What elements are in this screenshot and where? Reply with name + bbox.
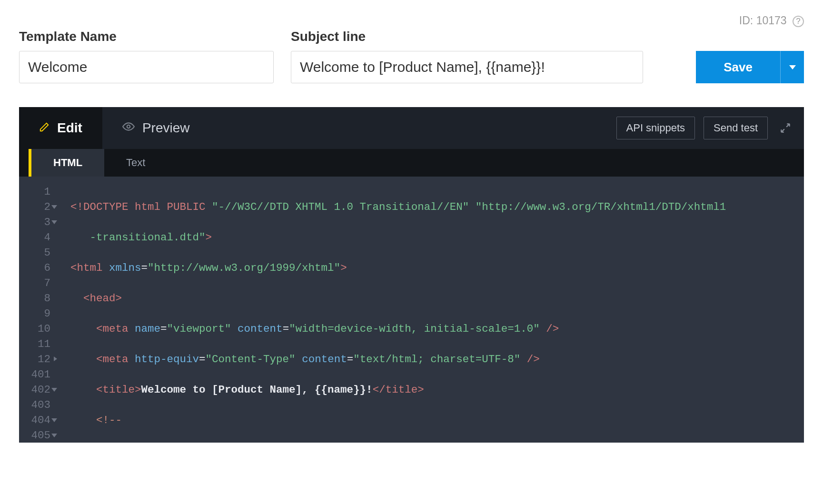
template-name-label: Template Name [19,29,274,44]
svg-point-0 [127,125,130,128]
editor-shell: Edit Preview API snippets Send test HTML… [19,107,804,443]
chevron-down-icon [789,65,796,69]
expand-icon[interactable] [779,122,792,134]
template-name-input[interactable] [19,51,274,83]
eye-icon [122,120,135,136]
code-editor[interactable]: 1 2 3 4 5 6 7 8 9 10 11 12 401 402 403 4… [19,177,804,443]
api-snippets-button[interactable]: API snippets [616,117,695,139]
subject-line-label: Subject line [291,29,643,44]
editor-subtabs: HTML Text [19,149,804,177]
subtab-text[interactable]: Text [104,149,167,177]
line-gutter: 1 2 3 4 5 6 7 8 9 10 11 12 401 402 403 4… [19,177,59,443]
id-value: 10173 [756,14,787,27]
tab-edit[interactable]: Edit [19,107,102,149]
editor-topbar: Edit Preview API snippets Send test [19,107,804,149]
tab-preview[interactable]: Preview [102,107,210,149]
id-label: ID: [739,14,753,27]
template-name-field: Template Name [19,29,274,83]
code-content[interactable]: <!DOCTYPE html PUBLIC "-//W3C//DTD XHTML… [59,177,804,443]
send-test-button[interactable]: Send test [704,117,768,139]
template-id-row: ID: 10173 ? [19,14,804,27]
subject-line-field: Subject line [291,29,643,83]
pencil-icon [39,120,50,136]
help-icon[interactable]: ? [793,16,804,27]
tab-edit-label: Edit [57,120,82,136]
save-dropdown-button[interactable] [780,51,804,83]
subtab-html[interactable]: HTML [31,149,104,177]
save-button-group: Save [696,51,804,83]
subject-line-input[interactable] [291,51,643,83]
form-row: Template Name Subject line Save [19,29,804,83]
save-button[interactable]: Save [696,51,780,83]
tab-preview-label: Preview [142,120,190,136]
